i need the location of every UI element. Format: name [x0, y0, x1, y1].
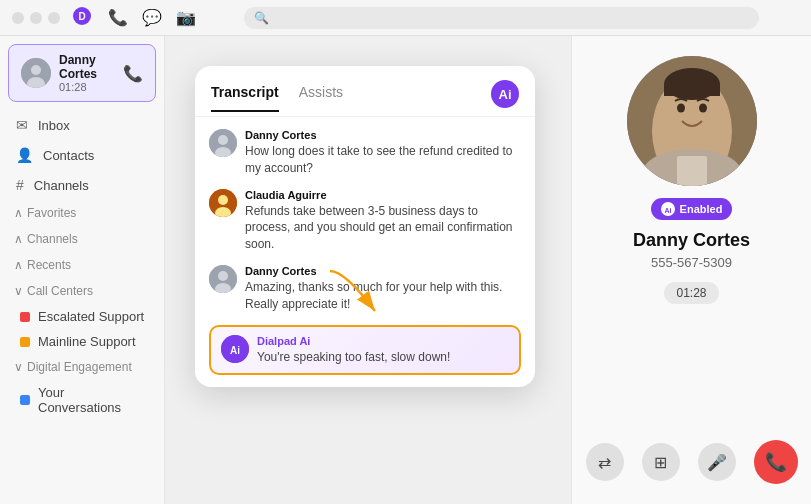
main-layout: Danny Cortes 01:28 📞 ✉ Inbox 👤 Contacts …: [0, 36, 811, 504]
sidebar-item-inbox[interactable]: ✉ Inbox: [0, 110, 164, 140]
traffic-lights: [12, 12, 60, 24]
recents-header[interactable]: ∧ Recents: [0, 252, 164, 278]
your-conversations-label: Your Conversations: [38, 385, 148, 415]
transcript-message-3: Danny Cortes Amazing, thanks so much for…: [209, 265, 521, 313]
channels-icon: #: [16, 177, 24, 193]
msg-text-1: How long does it take to see the refund …: [245, 143, 521, 177]
title-bar-icons: 📞 💬 📷: [108, 8, 196, 27]
contacts-label: Contacts: [43, 148, 94, 163]
escalated-support-dot: [20, 312, 30, 322]
svg-rect-21: [664, 84, 720, 96]
msg-text-4: You're speaking too fast, slow down!: [257, 349, 509, 366]
dialpad-icon: ⊞: [654, 453, 667, 472]
title-bar: D 📞 💬 📷 🔍: [0, 0, 811, 36]
recents-chevron-icon: ∧: [14, 258, 23, 272]
transfer-icon: ⇄: [598, 453, 611, 472]
channels-chevron-icon: ∧: [14, 232, 23, 246]
contacts-icon: 👤: [16, 147, 33, 163]
svg-point-25: [699, 104, 707, 113]
recents-label: Recents: [27, 258, 71, 272]
ai-badge-label: Enabled: [680, 203, 723, 215]
svg-point-24: [677, 104, 685, 113]
svg-point-6: [218, 135, 228, 145]
mainline-support-dot: [20, 337, 30, 347]
channels-section-label: Channels: [27, 232, 78, 246]
mute-button[interactable]: 🎤: [698, 443, 736, 481]
msg-content-4: Dialpad Ai You're speaking too fast, slo…: [257, 335, 509, 366]
favorites-label: Favorites: [27, 206, 76, 220]
transcript-message-4: Ai Dialpad Ai You're speaking too fast, …: [209, 325, 521, 376]
favorites-header[interactable]: ∧ Favorites: [0, 200, 164, 226]
msg-text-3: Amazing, thanks so much for your help wi…: [245, 279, 521, 313]
sidebar-item-escalated-support[interactable]: Escalated Support: [0, 304, 164, 329]
active-call-avatar: [21, 58, 51, 88]
msg-content-3: Danny Cortes Amazing, thanks so much for…: [245, 265, 521, 313]
your-conversations-dot: [20, 395, 30, 405]
channels-section-header[interactable]: ∧ Channels: [0, 226, 164, 252]
ai-enabled-badge: Ai Enabled: [651, 198, 733, 220]
digital-engagement-header[interactable]: ∨ Digital Engagement: [0, 354, 164, 380]
contact-phone: 555-567-5309: [651, 255, 732, 270]
mute-icon: 🎤: [707, 453, 727, 472]
call-centers-chevron-icon: ∨: [14, 284, 23, 298]
escalated-support-label: Escalated Support: [38, 309, 144, 324]
modal-ai-icon: Ai: [491, 80, 519, 108]
right-panel: Ai Enabled Danny Cortes 555-567-5309 01:…: [571, 36, 811, 504]
call-actions: ⇄ ⊞ 🎤 📞: [586, 430, 798, 484]
svg-rect-23: [677, 156, 707, 186]
msg-avatar-dialpad: Ai: [221, 335, 249, 363]
svg-point-12: [218, 271, 228, 281]
phone-icon[interactable]: 📞: [108, 8, 128, 27]
dialpad-button[interactable]: ⊞: [642, 443, 680, 481]
channels-label: Channels: [34, 178, 89, 193]
favorites-chevron-icon: ∧: [14, 206, 23, 220]
chat-icon[interactable]: 💬: [142, 8, 162, 27]
app-logo: D: [72, 6, 92, 30]
msg-avatar-danny-2: [209, 265, 237, 293]
transfer-button[interactable]: ⇄: [586, 443, 624, 481]
end-call-icon[interactable]: 📞: [123, 64, 143, 83]
tab-assists[interactable]: Assists: [299, 84, 343, 112]
contact-name: Danny Cortes: [633, 230, 750, 251]
mainline-support-label: Mainline Support: [38, 334, 136, 349]
tab-transcript[interactable]: Transcript: [211, 84, 279, 112]
msg-name-2: Claudia Aguirre: [245, 189, 521, 201]
transcript-modal: Transcript Assists Ai: [195, 66, 535, 387]
active-call-name: Danny Cortes: [59, 53, 123, 81]
sidebar-item-channels[interactable]: # Channels: [0, 170, 164, 200]
sidebar-item-contacts[interactable]: 👤 Contacts: [0, 140, 164, 170]
inbox-icon: ✉: [16, 117, 28, 133]
search-icon: 🔍: [254, 11, 269, 25]
fullscreen-light[interactable]: [48, 12, 60, 24]
call-duration-badge: 01:28: [664, 282, 718, 304]
msg-name-4: Dialpad Ai: [257, 335, 509, 347]
call-centers-header[interactable]: ∨ Call Centers: [0, 278, 164, 304]
svg-point-9: [218, 195, 228, 205]
svg-text:Ai: Ai: [230, 345, 240, 356]
msg-name-1: Danny Cortes: [245, 129, 521, 141]
active-call-time: 01:28: [59, 81, 123, 93]
msg-avatar-danny-1: [209, 129, 237, 157]
video-icon[interactable]: 📷: [176, 8, 196, 27]
content-area: Transcript Assists Ai: [165, 36, 571, 504]
svg-point-3: [31, 65, 41, 75]
minimize-light[interactable]: [30, 12, 42, 24]
modal-tabs: Transcript Assists Ai: [195, 66, 535, 117]
svg-text:D: D: [78, 11, 85, 22]
transcript-message-1: Danny Cortes How long does it take to se…: [209, 129, 521, 177]
call-centers-label: Call Centers: [27, 284, 93, 298]
msg-content-1: Danny Cortes How long does it take to se…: [245, 129, 521, 177]
close-light[interactable]: [12, 12, 24, 24]
end-call-button[interactable]: 📞: [754, 440, 798, 484]
search-bar[interactable]: 🔍: [244, 7, 759, 29]
svg-text:Ai: Ai: [664, 207, 671, 214]
digital-engagement-chevron-icon: ∨: [14, 360, 23, 374]
active-call-item[interactable]: Danny Cortes 01:28 📞: [8, 44, 156, 102]
sidebar-item-mainline-support[interactable]: Mainline Support: [0, 329, 164, 354]
msg-text-2: Refunds take between 3-5 business days t…: [245, 203, 521, 253]
msg-content-2: Claudia Aguirre Refunds take between 3-5…: [245, 189, 521, 253]
digital-engagement-label: Digital Engagement: [27, 360, 132, 374]
sidebar: Danny Cortes 01:28 📞 ✉ Inbox 👤 Contacts …: [0, 36, 165, 504]
end-call-icon: 📞: [765, 451, 787, 473]
sidebar-item-your-conversations[interactable]: Your Conversations: [0, 380, 164, 420]
